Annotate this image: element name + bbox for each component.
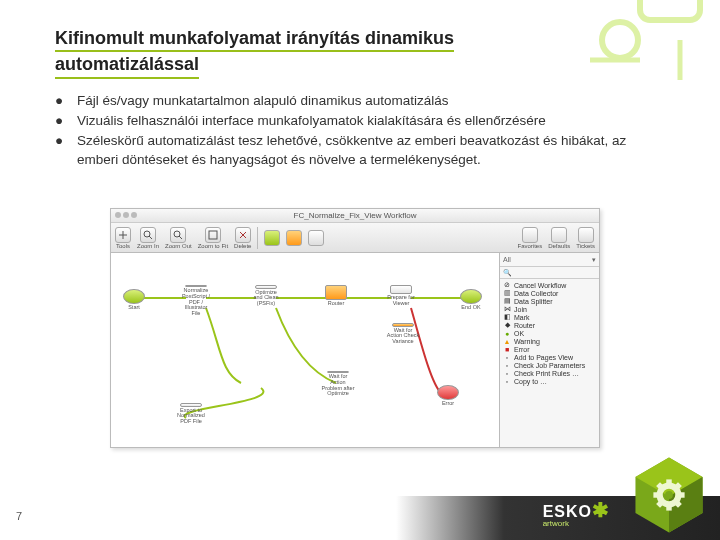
footer-logo: ESKO✱ artwork	[543, 503, 610, 528]
app-screenshot: FC_Normalize_Fix_View Workflow Tools Zoo…	[110, 208, 600, 448]
title-line2: automatizálással	[55, 52, 199, 78]
svg-point-17	[665, 491, 673, 499]
title-line1: Kifinomult munkafolyamat irányítás dinam…	[55, 26, 454, 52]
bullet-text: Széleskörű automatizálást tesz lehetővé,…	[77, 132, 660, 168]
node-normalize[interactable]: Normalize PostScript / PDF / Illustrator…	[181, 285, 211, 307]
bullet-icon: ●	[55, 112, 69, 130]
page-icon: ▫	[503, 353, 511, 361]
bullet-text: Vizuális felhasználói interface munkafol…	[77, 112, 660, 130]
list-item: ◆Router	[502, 321, 597, 329]
svg-line-16	[677, 484, 680, 487]
toolbar: Tools Zoom In Zoom Out Zoom to Fit Delet…	[111, 223, 599, 253]
slide-title: Kifinomult munkafolyamat irányítás dinam…	[55, 26, 660, 79]
node-wait-variance[interactable]: Wait for Action Check Variance	[386, 323, 420, 345]
toolbar-button-tools[interactable]: Tools	[115, 227, 131, 249]
check-icon: ▫	[503, 361, 511, 369]
toolbar-extra[interactable]	[286, 230, 302, 246]
toolbar-button-zoom-in[interactable]: Zoom In	[137, 227, 159, 249]
node-start[interactable]: Start	[119, 289, 149, 311]
svg-line-13	[658, 484, 661, 487]
list-item: ▫Check Job Parameters	[502, 361, 597, 369]
svg-line-14	[677, 503, 680, 506]
node-error[interactable]: Error	[433, 385, 463, 407]
node-optimize[interactable]: Optimize and Clean (PSFix)	[251, 285, 281, 307]
ok-icon: ●	[503, 329, 511, 337]
workflow-canvas[interactable]: Start Normalize PostScript / PDF / Illus…	[111, 253, 499, 447]
list-item: ■Error	[502, 345, 597, 353]
toolbar-extra[interactable]	[308, 230, 324, 246]
svg-rect-4	[209, 231, 217, 239]
filter-dropdown[interactable]: All ▾	[500, 253, 599, 267]
list-item: ▫Check Print Rules …	[502, 369, 597, 377]
asterisk-icon: ✱	[592, 499, 610, 521]
search-icon: 🔍	[503, 269, 512, 277]
svg-rect-0	[640, 0, 700, 20]
node-router[interactable]: Router	[321, 285, 351, 307]
toolbar-button-zoom-out[interactable]: Zoom Out	[165, 227, 192, 249]
side-panel: All ▾ 🔍 ⊘Cancel Workflow ▥Data Collector…	[499, 253, 599, 447]
node-end-ok[interactable]: End OK	[456, 289, 486, 311]
toolbar-button-favorites[interactable]: Favorites	[518, 227, 543, 249]
bullet-icon: ●	[55, 92, 69, 110]
collector-icon: ▥	[503, 289, 511, 297]
chevron-down-icon: ▾	[592, 256, 596, 264]
splitter-icon: ▤	[503, 297, 511, 305]
list-item: ⊘Cancel Workflow	[502, 281, 597, 289]
window-controls[interactable]	[115, 212, 137, 218]
svg-line-15	[658, 503, 661, 506]
node-wait-problem[interactable]: Wait for Action Problem after Optimize	[321, 371, 355, 393]
toolbar-button-zoom-fit[interactable]: Zoom to Fit	[198, 227, 228, 249]
bullet-list: ●Fájl és/vagy munkatartalmon alapuló din…	[55, 92, 660, 171]
mark-icon: ◧	[503, 313, 511, 321]
join-icon: ⋈	[503, 305, 511, 313]
list-item: ▤Data Splitter	[502, 297, 597, 305]
search-input[interactable]: 🔍	[500, 267, 599, 279]
warning-icon: ▲	[503, 337, 511, 345]
window-title: FC_Normalize_Fix_View Workflow	[294, 211, 417, 220]
node-prepare-viewer[interactable]: Prepare for Viewer	[386, 285, 416, 307]
toolbar-button-delete[interactable]: Delete	[234, 227, 251, 249]
toolbar-button-defaults[interactable]: Defaults	[548, 227, 570, 249]
list-item: ▫Add to Pages View	[502, 353, 597, 361]
list-item: ▲Warning	[502, 337, 597, 345]
rules-icon: ▫	[503, 369, 511, 377]
toolbar-extra[interactable]	[264, 230, 280, 246]
node-export-pdf[interactable]: Export to Normalized PDF File	[176, 403, 206, 425]
gear-badge-icon	[630, 456, 708, 534]
footer-background	[0, 496, 720, 540]
window-titlebar: FC_Normalize_Fix_View Workflow	[111, 209, 599, 223]
task-list[interactable]: ⊘Cancel Workflow ▥Data Collector ▤Data S…	[500, 279, 599, 447]
bullet-icon: ●	[55, 132, 69, 168]
list-item: ◧Mark	[502, 313, 597, 321]
error-icon: ■	[503, 345, 511, 353]
cancel-icon: ⊘	[503, 281, 511, 289]
toolbar-button-tickets[interactable]: Tickets	[576, 227, 595, 249]
bullet-text: Fájl és/vagy munkatartalmon alapuló dina…	[77, 92, 660, 110]
router-icon: ◆	[503, 321, 511, 329]
list-item: ▫Copy to …	[502, 377, 597, 385]
list-item: ●OK	[502, 329, 597, 337]
list-item: ⋈Join	[502, 305, 597, 313]
list-item: ▥Data Collector	[502, 289, 597, 297]
copy-icon: ▫	[503, 377, 511, 385]
page-number: 7	[16, 510, 22, 522]
